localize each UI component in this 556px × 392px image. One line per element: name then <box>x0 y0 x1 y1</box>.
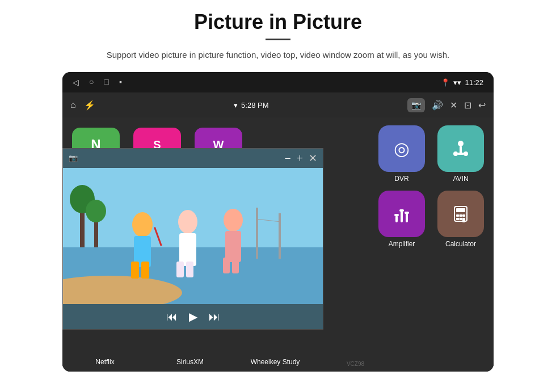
status-bar-right: 📍 ▾▾ 11:22 <box>441 78 483 87</box>
app-avin[interactable]: AVIN <box>435 125 486 183</box>
svg-point-6 <box>86 200 106 222</box>
svg-rect-21 <box>232 258 239 273</box>
back-icon[interactable]: ↩ <box>478 100 486 111</box>
dvr-icon-btn[interactable]: ◎ <box>378 125 425 172</box>
page-title: Picture in Picture <box>194 10 362 34</box>
avin-label: AVIN <box>453 175 468 183</box>
svg-rect-15 <box>179 233 196 266</box>
main-content: N S W <box>62 117 494 372</box>
app-dvr[interactable]: ◎ DVR <box>376 125 427 183</box>
page-container: Picture in Picture Support video picture… <box>0 0 556 372</box>
app-amplifier[interactable]: Amplifier <box>376 191 427 248</box>
svg-rect-41 <box>462 218 465 222</box>
home-icon[interactable]: ⌂ <box>70 100 76 110</box>
right-section: ◎ DVR <box>369 117 494 372</box>
svg-rect-33 <box>405 212 409 214</box>
app-calculator[interactable]: Calculator <box>435 191 486 248</box>
svg-rect-16 <box>176 262 184 277</box>
svg-rect-40 <box>460 218 462 220</box>
svg-point-23 <box>458 141 464 146</box>
amplifier-label: Amplifier <box>389 240 415 248</box>
action-bar-center: ▾ 5:28 PM <box>234 101 268 109</box>
svg-rect-38 <box>462 214 465 217</box>
location-icon: 📍 <box>441 78 450 87</box>
svg-rect-17 <box>186 262 193 277</box>
device-frame: ◁ ○ □ ▪ 📍 ▾▾ 11:22 ⌂ ⚡ ▾ 5:28 PM 📷 <box>62 72 494 372</box>
status-bar: ◁ ○ □ ▪ 📍 ▾▾ 11:22 <box>62 72 494 92</box>
action-bar: ⌂ ⚡ ▾ 5:28 PM 📷 🔊 ✕ ⊡ ↩ <box>62 92 494 117</box>
wifi-status-icon: ▾▾ <box>453 78 461 87</box>
svg-rect-31 <box>394 214 399 216</box>
amplifier-icon-btn[interactable] <box>378 191 425 237</box>
avin-icon-btn[interactable] <box>437 125 484 172</box>
svg-rect-39 <box>456 218 459 220</box>
page-subtitle: Support video picture in picture functio… <box>107 48 449 62</box>
pip-prev-button[interactable]: ⏮ <box>166 310 178 323</box>
status-bar-nav: ◁ ○ □ ▪ <box>73 78 122 87</box>
svg-rect-37 <box>460 214 462 217</box>
svg-rect-20 <box>223 258 230 273</box>
pip-icon[interactable]: ⊡ <box>464 100 471 111</box>
wheelkey-label: Wheelkey Study <box>251 358 300 366</box>
svg-rect-19 <box>225 231 241 262</box>
svg-rect-24 <box>460 146 462 154</box>
calculator-label: Calculator <box>445 240 476 248</box>
action-bar-right: 📷 🔊 ✕ ⊡ ↩ <box>407 98 486 112</box>
svg-rect-12 <box>131 262 139 279</box>
close-icon[interactable]: ✕ <box>450 100 457 111</box>
status-time: 11:22 <box>465 78 483 87</box>
back-nav-icon[interactable]: ◁ <box>73 78 79 87</box>
usb-icon: ⚡ <box>84 100 95 111</box>
calculator-icon-btn[interactable] <box>437 191 484 237</box>
netflix-label: Netflix <box>95 358 114 366</box>
camera-button[interactable]: 📷 <box>407 98 425 112</box>
pip-video-content <box>63 168 323 304</box>
svg-rect-8 <box>279 213 281 259</box>
pip-play-button[interactable]: ▶ <box>189 310 197 323</box>
title-divider <box>266 39 290 40</box>
svg-rect-7 <box>256 208 258 259</box>
svg-point-14 <box>178 210 197 234</box>
app-grid-row-2: Amplifier <box>374 191 488 248</box>
svg-point-18 <box>224 209 243 231</box>
svg-point-25 <box>453 151 458 156</box>
app-grid-row-1: ◎ DVR <box>374 125 488 183</box>
svg-rect-28 <box>395 216 398 222</box>
svg-rect-29 <box>401 211 403 222</box>
watermark: VCZ98 <box>347 361 364 367</box>
pip-minus-button[interactable]: − <box>284 152 290 165</box>
svg-point-10 <box>132 212 153 237</box>
siriusxm-label: SiriusXM <box>176 358 204 366</box>
pip-top-controls: 📷 − + ✕ <box>63 149 323 168</box>
app-labels-row: Netflix SiriusXM Wheelkey Study <box>62 352 369 372</box>
svg-rect-32 <box>399 209 404 212</box>
pip-video-overlay[interactable]: 📷 − + ✕ <box>62 148 323 330</box>
pip-cam-icon: 📷 <box>69 154 78 163</box>
recents-nav-icon[interactable]: □ <box>104 78 108 87</box>
left-section: N S W <box>62 117 369 372</box>
action-wifi-icon: ▾ <box>234 101 238 109</box>
dvr-label: DVR <box>394 175 408 183</box>
siriusxm-label-item: SiriusXM <box>148 358 233 366</box>
action-time: 5:28 PM <box>241 101 268 109</box>
pip-close-button[interactable]: ✕ <box>309 152 317 165</box>
svg-rect-30 <box>406 213 408 222</box>
netflix-label-item: Netflix <box>62 358 148 366</box>
screenshot-nav-icon[interactable]: ▪ <box>119 78 122 87</box>
svg-rect-36 <box>456 214 459 217</box>
wheelkey-label-item: Wheelkey Study <box>233 358 318 366</box>
action-bar-left: ⌂ ⚡ <box>70 100 95 111</box>
pip-plus-button[interactable]: + <box>297 152 303 165</box>
home-nav-icon[interactable]: ○ <box>89 78 94 87</box>
svg-rect-13 <box>141 262 149 279</box>
pip-next-button[interactable]: ⏭ <box>209 310 220 323</box>
volume-icon[interactable]: 🔊 <box>432 100 443 111</box>
svg-rect-27 <box>457 153 464 155</box>
svg-rect-35 <box>456 208 465 212</box>
svg-point-26 <box>464 151 468 156</box>
pip-bottom-controls: ⏮ ▶ ⏭ <box>63 304 323 329</box>
